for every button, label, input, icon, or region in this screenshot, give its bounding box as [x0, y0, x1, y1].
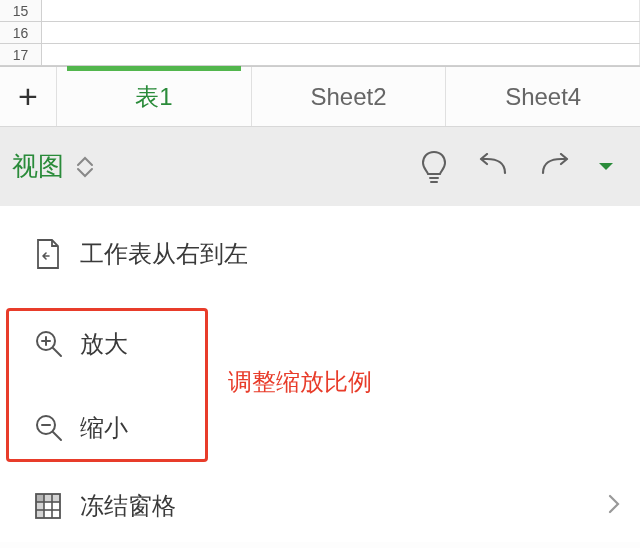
sheet-tab-bar: + 表1 Sheet2 Sheet4	[0, 66, 640, 126]
grid-row[interactable]: 15	[0, 0, 640, 22]
sheet-tab-label: 表1	[135, 81, 172, 113]
menu-item-zoom-in[interactable]: 放大	[0, 302, 640, 386]
toolbar: 视图	[0, 126, 640, 206]
add-sheet-button[interactable]: +	[0, 67, 56, 126]
menu-item-rtl[interactable]: 工作表从右到左	[0, 206, 640, 302]
row-header[interactable]: 17	[0, 44, 42, 65]
sheet-tab-2[interactable]: Sheet2	[251, 67, 446, 126]
sheet-tab-label: Sheet2	[310, 83, 386, 111]
view-menu-button[interactable]: 视图	[12, 149, 94, 184]
grid-row[interactable]: 16	[0, 22, 640, 44]
sheet-tab-label: Sheet4	[505, 83, 581, 111]
view-menu-panel: 工作表从右到左 调整缩放比例 放大	[0, 206, 640, 542]
freeze-panes-icon	[34, 492, 80, 520]
spreadsheet-grid[interactable]: 15 16 17	[0, 0, 640, 66]
zoom-out-icon	[34, 413, 80, 443]
lightbulb-icon[interactable]	[404, 150, 464, 184]
menu-item-zoom-out[interactable]: 缩小	[0, 386, 640, 470]
cell[interactable]	[42, 0, 640, 21]
view-menu-label: 视图	[12, 149, 64, 184]
more-dropdown[interactable]	[584, 162, 628, 172]
menu-item-label: 工作表从右到左	[80, 238, 248, 270]
svg-line-7	[53, 432, 61, 440]
zoom-group: 调整缩放比例 放大 缩小	[0, 302, 640, 470]
undo-button[interactable]	[464, 153, 524, 181]
row-header[interactable]: 16	[0, 22, 42, 43]
menu-item-label: 缩小	[80, 412, 128, 444]
redo-button[interactable]	[524, 153, 584, 181]
menu-item-label: 放大	[80, 328, 128, 360]
expand-collapse-icon	[76, 156, 94, 178]
row-header[interactable]: 15	[0, 0, 42, 21]
chevron-right-icon	[608, 492, 620, 520]
sheet-tab-1[interactable]: 表1	[56, 67, 251, 126]
menu-item-label: 冻结窗格	[80, 490, 176, 522]
cell[interactable]	[42, 22, 640, 43]
menu-item-freeze-panes[interactable]: 冻结窗格	[0, 470, 640, 542]
document-rtl-icon	[34, 238, 80, 270]
svg-line-3	[53, 348, 61, 356]
grid-row[interactable]: 17	[0, 44, 640, 66]
sheet-tab-3[interactable]: Sheet4	[445, 67, 640, 126]
cell[interactable]	[42, 44, 640, 65]
zoom-in-icon	[34, 329, 80, 359]
